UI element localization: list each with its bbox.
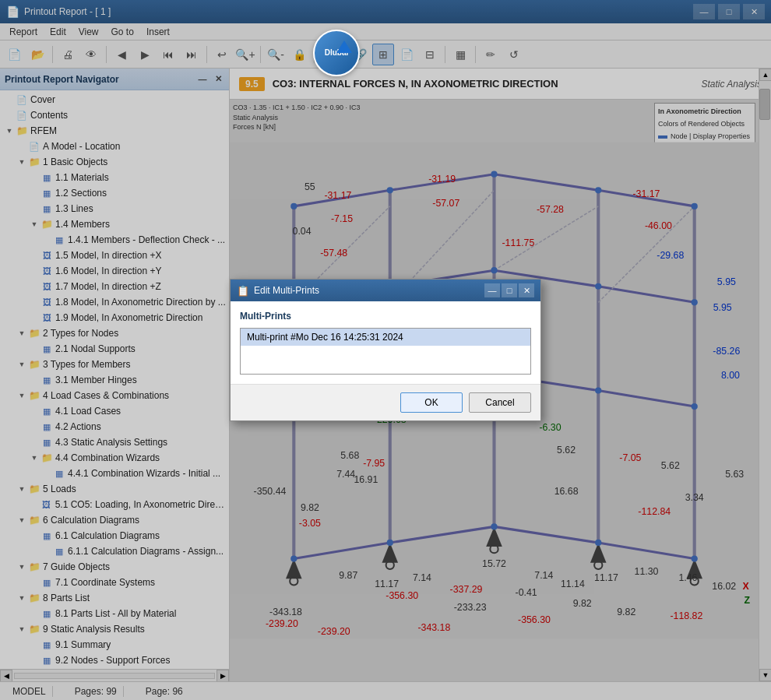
dialog-maximize-btn[interactable]: □ <box>502 283 517 297</box>
dialog-cancel-btn[interactable]: Cancel <box>469 392 531 413</box>
dialog-footer: OK Cancel <box>231 384 540 420</box>
edit-multiprints-dialog: 📋 Edit Multi-Prints — □ ✕ Multi-Prints M… <box>230 279 541 421</box>
dialog-title: Edit Multi-Prints <box>254 285 483 296</box>
dialog-minimize-btn[interactable]: — <box>484 283 500 297</box>
dialog-titlebar: 📋 Edit Multi-Prints — □ ✕ <box>231 280 540 301</box>
dialog-body: Multi-Prints Multi-print #Mo Dec 16 14:2… <box>231 301 540 384</box>
dialog-overlay: 📋 Edit Multi-Prints — □ ✕ Multi-Prints M… <box>0 0 771 700</box>
dialog-section-title: Multi-Prints <box>240 311 531 322</box>
dialog-ok-btn[interactable]: OK <box>400 392 463 413</box>
dialog-icon: 📋 <box>237 285 249 297</box>
multiprints-list[interactable]: Multi-print #Mo Dec 16 14:25:31 2024 <box>240 328 531 375</box>
dialog-close-btn[interactable]: ✕ <box>519 283 534 297</box>
multiprint-item-0[interactable]: Multi-print #Mo Dec 16 14:25:31 2024 <box>241 329 530 346</box>
